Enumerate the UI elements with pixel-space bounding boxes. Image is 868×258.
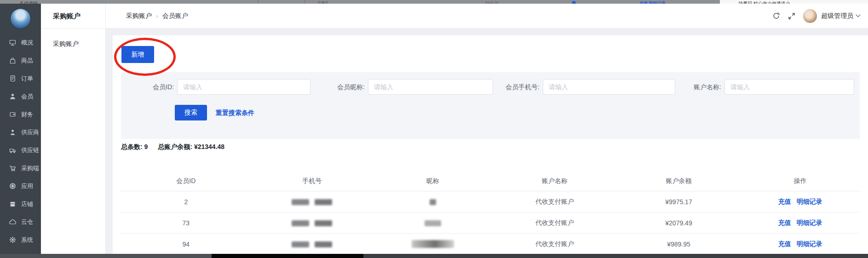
user-avatar[interactable]	[803, 9, 817, 23]
col-balance: 账户余额	[617, 177, 741, 185]
recharge-link[interactable]: 充值	[778, 198, 791, 206]
recharge-link[interactable]: 充值	[778, 240, 791, 248]
filter-panel: 会员ID: 会员昵称: 会员手机号: 账户名称: 搜索 重置搜索条件	[121, 72, 860, 139]
sidebar-item-shop[interactable]: 店铺	[0, 195, 41, 213]
sidebar-item-label: 供应链	[21, 146, 39, 155]
page-header: 采购账户 › 会员账户 超级管理员	[106, 4, 868, 29]
bg-strip-text: ¥100.00	[485, 0, 499, 4]
gear-icon	[9, 236, 16, 244]
sidebar-item-label: 应用	[21, 182, 33, 190]
add-button[interactable]: 新增	[121, 46, 154, 63]
detail-record-link[interactable]: 明细记录	[797, 198, 822, 206]
member-id-cell: 73	[121, 219, 251, 227]
person-icon	[9, 93, 16, 100]
detail-record-link[interactable]: 明细记录	[797, 240, 822, 248]
redacted-phone	[292, 199, 309, 205]
storefront-icon	[9, 201, 16, 208]
sidebar-item-system[interactable]: 系统	[0, 231, 41, 249]
wallet-icon	[9, 111, 16, 118]
redacted-phone	[315, 220, 332, 226]
bg-strip-text: 场景回 精心做小做通道小	[738, 0, 790, 4]
total-balance: 总账户余额: ¥21344.48	[158, 143, 224, 151]
table-row: 73 代收支付账户 ¥2079.49 充值 明细记录	[121, 212, 860, 234]
sidebar-item-label: 云仓	[21, 218, 33, 226]
redacted-phone	[315, 241, 332, 247]
breadcrumb-item[interactable]: 采购账户	[126, 12, 152, 20]
redacted-nickname	[430, 199, 436, 205]
bg-strip-text: 市赚平	[317, 0, 328, 4]
nickname-cell	[373, 219, 493, 227]
redacted-nickname	[425, 220, 441, 226]
account-name-cell: 代收支付账户	[493, 219, 617, 227]
summary-bar: 总条数: 9 总账户余额: ¥21344.48	[121, 143, 224, 151]
sidebar-item-members[interactable]: 会员	[0, 87, 41, 105]
total-balance-value: ¥21344.48	[194, 143, 224, 150]
bg-strip-links: 充值 明细记录	[639, 0, 666, 4]
search-button[interactable]: 搜索	[175, 105, 207, 120]
detail-record-link[interactable]: 明细记录	[797, 219, 822, 227]
col-actions: 操作	[741, 177, 860, 185]
bg-strip-divider	[258, 0, 258, 4]
sidebar-item-label: 店铺	[21, 200, 33, 208]
submenu-item-purchase-account[interactable]: 采购账户	[41, 36, 105, 52]
table-header: 会员ID 手机号 昵称 账户名称 账户余额 操作	[121, 172, 860, 191]
sidebar-item-procurement[interactable]: 采购端	[0, 159, 41, 177]
balance-cell: ¥9975.17	[617, 198, 741, 206]
sidebar-item-orders[interactable]: 订单	[0, 69, 41, 87]
header-controls: 超级管理员	[772, 4, 861, 28]
account-name-cell: 代收支付账户	[493, 198, 617, 206]
balance-cell: ¥989.95	[617, 241, 741, 248]
fullscreen-icon[interactable]	[788, 12, 795, 20]
col-nickname: 昵称	[373, 177, 493, 185]
chevron-down-icon	[856, 14, 861, 17]
nickname-input[interactable]	[368, 79, 493, 95]
bg-strip-logo-icon	[572, 1, 576, 4]
recharge-link[interactable]: 充值	[778, 219, 791, 227]
user-menu[interactable]: 超级管理员	[821, 12, 861, 20]
nickname-cell	[373, 240, 493, 248]
total-balance-label: 总账户余额:	[158, 143, 192, 150]
sidebar-item-supply-chain[interactable]: 供应链	[0, 141, 41, 159]
apps-wheel-icon	[9, 183, 16, 190]
redacted-phone	[315, 199, 332, 205]
main-nav: 概况 商品 订单 会员 财务 供应商 供应链 采购端	[0, 34, 41, 249]
member-id-label: 会员ID:	[121, 79, 174, 95]
content-card: 新增 会员ID: 会员昵称: 会员手机号: 账户名称: 搜索 重置搜索条件 总条…	[113, 35, 868, 258]
sidebar-item-finance[interactable]: 财务	[0, 105, 41, 123]
sidebar-item-label: 系统	[21, 236, 33, 244]
app-logo[interactable]	[11, 9, 30, 29]
sidebar-item-apps[interactable]: 应用	[0, 177, 41, 195]
table-row: 2 代收支付账户 ¥9975.17 充值 明细记录	[121, 191, 860, 212]
col-account-name: 账户名称	[493, 177, 617, 185]
bottom-window-strip-black	[212, 254, 363, 258]
breadcrumb: 采购账户 › 会员账户	[126, 4, 188, 28]
sidebar-item-label: 采购端	[21, 164, 39, 172]
phone-label: 会员手机号:	[489, 79, 540, 95]
redacted-phone	[292, 220, 309, 226]
user-name: 超级管理员	[821, 12, 853, 20]
sidebar-item-overview[interactable]: 概况	[0, 34, 41, 52]
sidebar-item-label: 会员	[21, 92, 33, 101]
sidebar-item-label: 订单	[21, 75, 33, 83]
background-window-strip: 8 供市链 市赚平 ¥100.00 充值 明细记录 场景回 精心做小做通道小	[0, 0, 868, 4]
phone-input[interactable]	[543, 79, 675, 95]
sub-sidebar: 采购账户 采购账户	[41, 4, 106, 258]
account-name-label: 账户名称:	[675, 79, 721, 95]
member-id-cell: 2	[121, 198, 251, 206]
account-name-input[interactable]	[724, 79, 854, 95]
phone-cell	[251, 219, 373, 227]
reset-filters-link[interactable]: 重置搜索条件	[216, 105, 254, 120]
sidebar-item-goods[interactable]: 商品	[0, 52, 41, 69]
member-id-input[interactable]	[177, 79, 310, 95]
main-sidebar: 概况 商品 订单 会员 财务 供应商 供应链 采购端	[0, 4, 41, 258]
accounts-table: 会员ID 手机号 昵称 账户名称 账户余额 操作 2 代收支付账户 ¥9975.…	[121, 172, 860, 255]
bg-strip-divider	[305, 0, 305, 4]
sidebar-item-cloud-warehouse[interactable]: 云仓	[0, 213, 41, 231]
account-name-cell: 代收支付账户	[493, 240, 617, 248]
cart-icon	[9, 165, 16, 172]
sub-sidebar-title: 采购账户	[41, 4, 105, 29]
cloud-icon	[9, 218, 16, 226]
sidebar-item-supplier[interactable]: 供应商	[0, 123, 41, 141]
redacted-nickname	[412, 240, 454, 248]
refresh-icon[interactable]	[772, 12, 780, 20]
